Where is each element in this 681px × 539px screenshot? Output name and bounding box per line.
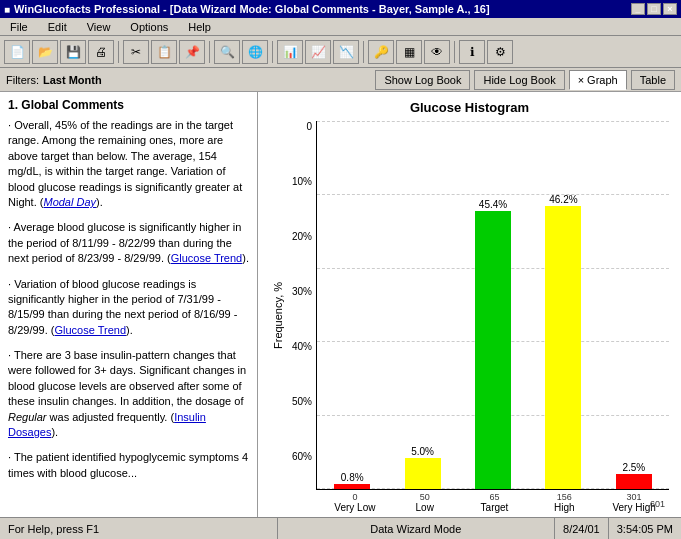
minimize-button[interactable]: _ — [631, 3, 645, 15]
comment-3: · Variation of blood glucose readings is… — [8, 277, 249, 339]
toolbar-chart3[interactable]: 📉 — [333, 40, 359, 64]
toolbar-separator-3 — [272, 41, 273, 63]
status-date: 8/24/01 — [555, 518, 609, 539]
bar-fill-very-high — [616, 474, 652, 489]
status-bar: For Help, press F1 Data Wizard Mode 8/24… — [0, 517, 681, 539]
filter-value: Last Month — [43, 74, 102, 86]
app-icon: ■ — [4, 4, 10, 15]
bar-label-very-high: 2.5% — [622, 462, 645, 473]
chart-area: Frequency, % 60% 50% 40% 30% 20% 10% 0 — [270, 121, 669, 509]
left-panel: 1. Global Comments · Overall, 45% of the… — [0, 92, 258, 517]
toolbar-search[interactable]: 🔍 — [214, 40, 240, 64]
y-axis-label: Frequency, % — [270, 121, 284, 509]
status-mode: Data Wizard Mode — [278, 518, 556, 539]
toolbar-cut[interactable]: ✂ — [123, 40, 149, 64]
chart-inner: 60% 50% 40% 30% 20% 10% 0 — [284, 121, 669, 509]
toolbar-separator-5 — [454, 41, 455, 63]
comment-4: · There are 3 base insulin-pattern chang… — [8, 348, 249, 440]
title-bar: ■ WinGlucofacts Professional - [Data Wiz… — [0, 0, 681, 18]
maximize-button[interactable]: □ — [647, 3, 661, 15]
bar-group-1: 5.0% — [387, 121, 457, 489]
toolbar: 📄 📂 💾 🖨 ✂ 📋 📌 🔍 🌐 📊 📈 📉 🔑 ▦ 👁 ℹ ⚙ — [0, 36, 681, 68]
toolbar-settings[interactable]: ⚙ — [487, 40, 513, 64]
menu-view[interactable]: View — [81, 20, 117, 34]
bars-with-axes: 60% 50% 40% 30% 20% 10% 0 — [284, 121, 669, 490]
right-panel: Glucose Histogram Frequency, % 60% 50% 4… — [258, 92, 681, 517]
hide-log-book-button[interactable]: Hide Log Book — [474, 70, 564, 90]
bar-high: 46.2% — [545, 194, 581, 489]
menu-edit[interactable]: Edit — [42, 20, 73, 34]
x-final-num: 601 — [650, 499, 665, 509]
bar-target: 45.4% — [475, 199, 511, 489]
chart-title: Glucose Histogram — [270, 100, 669, 115]
toolbar-info[interactable]: ℹ — [459, 40, 485, 64]
toolbar-table[interactable]: ▦ — [396, 40, 422, 64]
bar-fill-low — [405, 458, 441, 489]
toolbar-print[interactable]: 🖨 — [88, 40, 114, 64]
bar-group-0: 0.8% — [317, 121, 387, 489]
main-content: 1. Global Comments · Overall, 45% of the… — [0, 92, 681, 517]
toolbar-separator-2 — [209, 41, 210, 63]
y-tick-1: 50% — [284, 396, 312, 407]
y-tick-6: 0 — [284, 121, 312, 132]
comment-5: · The patient identified hypoglycemic sy… — [8, 450, 249, 481]
toolbar-copy[interactable]: 📋 — [151, 40, 177, 64]
toolbar-key[interactable]: 🔑 — [368, 40, 394, 64]
bar-fill-very-low — [334, 484, 370, 489]
y-tick-3: 30% — [284, 286, 312, 297]
y-tick-0: 60% — [284, 451, 312, 462]
y-tick-2: 40% — [284, 341, 312, 352]
bar-low: 5.0% — [405, 446, 441, 489]
filter-label: Filters: — [6, 74, 39, 86]
toolbar-open[interactable]: 📂 — [32, 40, 58, 64]
graph-tab[interactable]: × Graph — [569, 70, 627, 90]
bar-group-3: 46.2% — [528, 121, 598, 489]
show-log-book-button[interactable]: Show Log Book — [375, 70, 470, 90]
glucose-trend-link-2[interactable]: Glucose Trend — [54, 324, 126, 336]
toolbar-eye[interactable]: 👁 — [424, 40, 450, 64]
window-controls: _ □ × — [631, 3, 677, 15]
toolbar-globe[interactable]: 🌐 — [242, 40, 268, 64]
bar-very-high: 2.5% — [616, 462, 652, 489]
modal-day-link[interactable]: Modal Day — [43, 196, 96, 208]
menu-bar: File Edit View Options Help — [0, 18, 681, 36]
y-tick-5: 10% — [284, 176, 312, 187]
bar-fill-high — [545, 206, 581, 489]
bar-group-2: 45.4% — [458, 121, 528, 489]
toolbar-save[interactable]: 💾 — [60, 40, 86, 64]
bars-container: 0.8% 5.0% 45.4% — [316, 121, 669, 490]
toolbar-paste[interactable]: 📌 — [179, 40, 205, 64]
menu-file[interactable]: File — [4, 20, 34, 34]
status-time: 3:54:05 PM — [609, 518, 681, 539]
y-ticks: 60% 50% 40% 30% 20% 10% 0 — [284, 121, 316, 490]
bar-label-very-low: 0.8% — [341, 472, 364, 483]
bar-very-low: 0.8% — [334, 472, 370, 489]
toolbar-chart1[interactable]: 📊 — [277, 40, 303, 64]
comment-1: · Overall, 45% of the readings are in th… — [8, 118, 249, 210]
bar-group-4: 2.5% — [599, 121, 669, 489]
toolbar-separator-1 — [118, 41, 119, 63]
status-help: For Help, press F1 — [0, 518, 278, 539]
glucose-trend-link-1[interactable]: Glucose Trend — [171, 252, 243, 264]
bar-label-target: 45.4% — [479, 199, 507, 210]
menu-options[interactable]: Options — [124, 20, 174, 34]
menu-help[interactable]: Help — [182, 20, 217, 34]
toolbar-new[interactable]: 📄 — [4, 40, 30, 64]
section-title: 1. Global Comments — [8, 98, 249, 112]
bar-label-high: 46.2% — [549, 194, 577, 205]
window-title: WinGlucofacts Professional - [Data Wizar… — [14, 3, 490, 15]
toolbar-separator-4 — [363, 41, 364, 63]
y-tick-4: 20% — [284, 231, 312, 242]
comment-2: · Average blood glucose is significantly… — [8, 220, 249, 266]
table-tab[interactable]: Table — [631, 70, 675, 90]
toolbar-chart2[interactable]: 📈 — [305, 40, 331, 64]
filter-bar: Filters: Last Month Show Log Book Hide L… — [0, 68, 681, 92]
bar-label-low: 5.0% — [411, 446, 434, 457]
close-button[interactable]: × — [663, 3, 677, 15]
bar-fill-target — [475, 211, 511, 489]
